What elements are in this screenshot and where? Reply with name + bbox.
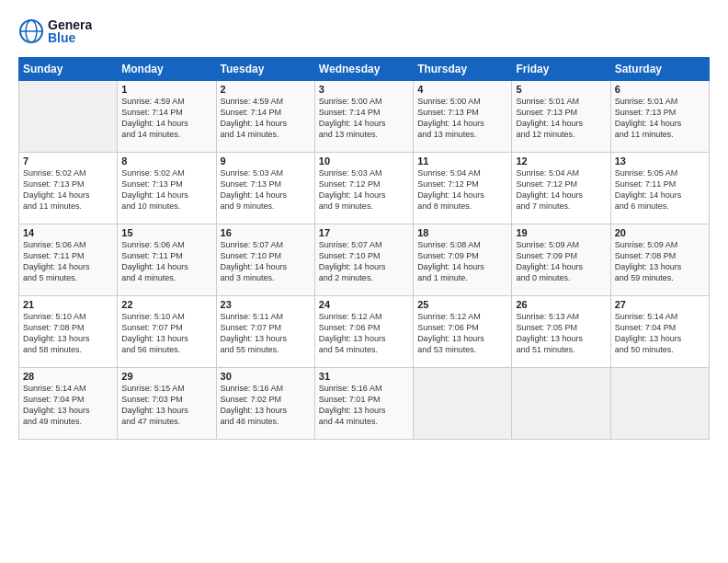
day-info: Sunrise: 5:04 AM Sunset: 7:12 PM Dayligh…: [417, 167, 507, 213]
calendar-cell: 30Sunrise: 5:16 AM Sunset: 7:02 PM Dayli…: [216, 368, 314, 440]
calendar-cell: 1Sunrise: 4:59 AM Sunset: 7:14 PM Daylig…: [118, 81, 216, 153]
day-info: Sunrise: 5:13 AM Sunset: 7:05 PM Dayligh…: [516, 311, 606, 356]
calendar-cell: 8Sunrise: 5:02 AM Sunset: 7:13 PM Daylig…: [118, 153, 216, 224]
calendar-cell: 4Sunrise: 5:00 AM Sunset: 7:13 PM Daylig…: [414, 81, 512, 153]
day-number: 28: [23, 371, 113, 382]
day-number: 30: [221, 371, 311, 382]
day-number: 18: [417, 227, 507, 238]
week-row-2: 7Sunrise: 5:02 AM Sunset: 7:13 PM Daylig…: [19, 153, 710, 224]
day-info: Sunrise: 5:16 AM Sunset: 7:01 PM Dayligh…: [319, 383, 409, 428]
calendar-cell: [512, 368, 610, 440]
col-header-monday: Monday: [118, 58, 216, 81]
day-number: 2: [221, 84, 311, 95]
calendar-cell: 23Sunrise: 5:11 AM Sunset: 7:07 PM Dayli…: [216, 296, 314, 368]
day-number: 27: [615, 299, 705, 310]
day-info: Sunrise: 5:07 AM Sunset: 7:10 PM Dayligh…: [221, 239, 311, 284]
day-info: Sunrise: 5:14 AM Sunset: 7:04 PM Dayligh…: [23, 383, 113, 428]
day-number: 21: [23, 299, 113, 310]
calendar-page: GeneralBlue SundayMondayTuesdayWednesday…: [0, 0, 728, 563]
calendar-cell: 14Sunrise: 5:06 AM Sunset: 7:11 PM Dayli…: [19, 224, 118, 296]
day-number: 9: [221, 155, 311, 167]
day-number: 3: [319, 84, 409, 95]
calendar-cell: 2Sunrise: 4:59 AM Sunset: 7:14 PM Daylig…: [216, 81, 314, 153]
calendar-cell: 26Sunrise: 5:13 AM Sunset: 7:05 PM Dayli…: [512, 296, 610, 368]
calendar-cell: 17Sunrise: 5:07 AM Sunset: 7:10 PM Dayli…: [314, 224, 413, 296]
calendar-cell: 19Sunrise: 5:09 AM Sunset: 7:09 PM Dayli…: [512, 224, 610, 296]
day-number: 12: [516, 155, 606, 167]
calendar-cell: 25Sunrise: 5:12 AM Sunset: 7:06 PM Dayli…: [414, 296, 512, 368]
day-number: 22: [121, 299, 211, 310]
week-row-4: 21Sunrise: 5:10 AM Sunset: 7:08 PM Dayli…: [19, 296, 710, 368]
day-number: 19: [516, 227, 606, 238]
day-number: 23: [221, 299, 311, 310]
week-row-3: 14Sunrise: 5:06 AM Sunset: 7:11 PM Dayli…: [19, 224, 710, 296]
week-row-1: 1Sunrise: 4:59 AM Sunset: 7:14 PM Daylig…: [19, 81, 710, 153]
calendar-cell: 13Sunrise: 5:05 AM Sunset: 7:11 PM Dayli…: [610, 153, 709, 224]
day-number: 17: [319, 227, 409, 238]
calendar-cell: 3Sunrise: 5:00 AM Sunset: 7:14 PM Daylig…: [314, 81, 413, 153]
calendar-cell: 24Sunrise: 5:12 AM Sunset: 7:06 PM Dayli…: [314, 296, 413, 368]
day-info: Sunrise: 5:01 AM Sunset: 7:13 PM Dayligh…: [516, 96, 606, 141]
day-info: Sunrise: 5:02 AM Sunset: 7:13 PM Dayligh…: [121, 167, 211, 213]
calendar-cell: 5Sunrise: 5:01 AM Sunset: 7:13 PM Daylig…: [512, 81, 610, 153]
day-number: 1: [121, 84, 211, 95]
day-number: 26: [516, 299, 606, 310]
day-info: Sunrise: 5:16 AM Sunset: 7:02 PM Dayligh…: [221, 383, 311, 428]
day-info: Sunrise: 5:10 AM Sunset: 7:07 PM Dayligh…: [121, 311, 211, 356]
day-info: Sunrise: 5:00 AM Sunset: 7:14 PM Dayligh…: [319, 96, 409, 141]
day-info: Sunrise: 5:10 AM Sunset: 7:08 PM Dayligh…: [23, 311, 113, 356]
calendar-cell: 16Sunrise: 5:07 AM Sunset: 7:10 PM Dayli…: [216, 224, 314, 296]
col-header-thursday: Thursday: [414, 58, 512, 81]
calendar-cell: 12Sunrise: 5:04 AM Sunset: 7:12 PM Dayli…: [512, 153, 610, 224]
day-number: 7: [23, 155, 113, 167]
calendar-cell: [414, 368, 512, 440]
day-info: Sunrise: 5:03 AM Sunset: 7:12 PM Dayligh…: [319, 167, 409, 213]
calendar-cell: 29Sunrise: 5:15 AM Sunset: 7:03 PM Dayli…: [118, 368, 216, 440]
svg-text:Blue: Blue: [48, 30, 76, 45]
logo: GeneralBlue: [18, 15, 92, 48]
day-info: Sunrise: 5:01 AM Sunset: 7:13 PM Dayligh…: [615, 96, 705, 141]
calendar-cell: 10Sunrise: 5:03 AM Sunset: 7:12 PM Dayli…: [314, 153, 413, 224]
calendar-cell: 11Sunrise: 5:04 AM Sunset: 7:12 PM Dayli…: [414, 153, 512, 224]
day-number: 5: [516, 84, 606, 95]
day-number: 31: [319, 371, 409, 382]
calendar-cell: [19, 81, 118, 153]
day-number: 24: [319, 299, 409, 310]
day-number: 11: [417, 155, 507, 167]
week-row-5: 28Sunrise: 5:14 AM Sunset: 7:04 PM Dayli…: [19, 368, 710, 440]
day-info: Sunrise: 5:14 AM Sunset: 7:04 PM Dayligh…: [615, 311, 705, 356]
day-number: 15: [121, 227, 211, 238]
day-info: Sunrise: 5:08 AM Sunset: 7:09 PM Dayligh…: [417, 239, 507, 284]
calendar-cell: 31Sunrise: 5:16 AM Sunset: 7:01 PM Dayli…: [314, 368, 413, 440]
day-info: Sunrise: 5:07 AM Sunset: 7:10 PM Dayligh…: [319, 239, 409, 284]
calendar-cell: 20Sunrise: 5:09 AM Sunset: 7:08 PM Dayli…: [610, 224, 709, 296]
col-header-wednesday: Wednesday: [314, 58, 413, 81]
day-number: 14: [23, 227, 113, 238]
calendar-cell: 28Sunrise: 5:14 AM Sunset: 7:04 PM Dayli…: [19, 368, 118, 440]
calendar-cell: 7Sunrise: 5:02 AM Sunset: 7:13 PM Daylig…: [19, 153, 118, 224]
logo-svg: GeneralBlue: [18, 15, 92, 48]
day-info: Sunrise: 5:09 AM Sunset: 7:08 PM Dayligh…: [615, 239, 705, 284]
day-info: Sunrise: 5:03 AM Sunset: 7:13 PM Dayligh…: [221, 167, 311, 213]
col-header-tuesday: Tuesday: [216, 58, 314, 81]
day-info: Sunrise: 5:02 AM Sunset: 7:13 PM Dayligh…: [23, 167, 113, 213]
day-number: 13: [615, 155, 705, 167]
day-info: Sunrise: 5:05 AM Sunset: 7:11 PM Dayligh…: [615, 167, 705, 213]
day-number: 10: [319, 155, 409, 167]
day-info: Sunrise: 5:06 AM Sunset: 7:11 PM Dayligh…: [121, 239, 211, 284]
col-header-sunday: Sunday: [19, 58, 118, 81]
day-info: Sunrise: 5:00 AM Sunset: 7:13 PM Dayligh…: [417, 96, 507, 141]
calendar-cell: 9Sunrise: 5:03 AM Sunset: 7:13 PM Daylig…: [216, 153, 314, 224]
day-info: Sunrise: 5:09 AM Sunset: 7:09 PM Dayligh…: [516, 239, 606, 284]
calendar-cell: 18Sunrise: 5:08 AM Sunset: 7:09 PM Dayli…: [414, 224, 512, 296]
day-number: 20: [615, 227, 705, 238]
calendar-cell: 22Sunrise: 5:10 AM Sunset: 7:07 PM Dayli…: [118, 296, 216, 368]
calendar-table: SundayMondayTuesdayWednesdayThursdayFrid…: [18, 57, 710, 440]
day-number: 25: [417, 299, 507, 310]
calendar-cell: 21Sunrise: 5:10 AM Sunset: 7:08 PM Dayli…: [19, 296, 118, 368]
col-header-friday: Friday: [512, 58, 610, 81]
day-number: 4: [417, 84, 507, 95]
day-info: Sunrise: 5:15 AM Sunset: 7:03 PM Dayligh…: [121, 383, 211, 428]
day-number: 8: [121, 155, 211, 167]
calendar-cell: 27Sunrise: 5:14 AM Sunset: 7:04 PM Dayli…: [610, 296, 709, 368]
